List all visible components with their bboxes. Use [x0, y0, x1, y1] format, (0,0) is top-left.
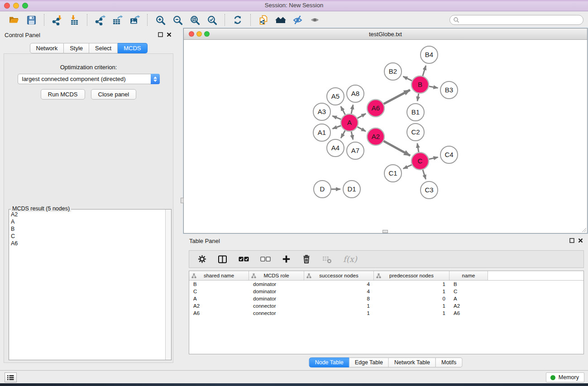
cell-successor-nodes[interactable]: 1	[304, 310, 374, 316]
cell-successor-nodes[interactable]: 1	[304, 303, 374, 309]
column-header-mcds-role[interactable]: MCDS role	[249, 271, 304, 280]
float-panel-icon[interactable]	[569, 238, 574, 243]
cell-shared-name[interactable]: A2	[189, 303, 249, 309]
apply-layout-button[interactable]	[229, 13, 246, 27]
cell-successor-nodes[interactable]: 8	[304, 296, 374, 301]
export-image-button[interactable]	[126, 13, 143, 27]
tab-select[interactable]: Select	[89, 43, 118, 53]
zoom-in-button[interactable]	[152, 13, 169, 27]
resize-grip-icon[interactable]	[580, 226, 587, 233]
tab-mcds[interactable]: MCDS	[118, 43, 147, 53]
table-row[interactable]: A6connector11A6	[189, 310, 583, 317]
node-table[interactable]: shared nameMCDS rolesuccessor nodesprede…	[189, 271, 584, 354]
graph-edge-C-C2[interactable]	[417, 143, 419, 152]
graph-edge-C-C1[interactable]	[403, 165, 412, 169]
cell-name[interactable]: A	[449, 296, 488, 301]
result-scrollbar[interactable]	[165, 210, 171, 360]
hide-graphics-details-button[interactable]	[289, 13, 306, 27]
tab-network[interactable]: Network	[29, 43, 64, 53]
task-history-button[interactable]	[5, 372, 17, 382]
float-panel-icon[interactable]	[158, 32, 163, 37]
tab-motifs[interactable]: Motifs	[436, 357, 462, 367]
frame-edge-grip[interactable]	[181, 198, 184, 203]
graph-edge-C-C3[interactable]	[423, 170, 426, 179]
open-file-button[interactable]	[5, 13, 23, 27]
import-table-button[interactable]	[66, 13, 83, 27]
cell-shared-name[interactable]: C	[189, 289, 249, 294]
cell-predecessor-nodes[interactable]: 0	[374, 296, 449, 301]
column-header-successor-nodes[interactable]: successor nodes	[304, 271, 374, 280]
result-item[interactable]: B	[9, 225, 165, 233]
tab-node-table[interactable]: Node Table	[309, 357, 349, 367]
cell-predecessor-nodes[interactable]: 1	[374, 281, 449, 287]
cell-successor-nodes[interactable]: 4	[304, 281, 374, 287]
graph-edge-A-A3[interactable]	[332, 116, 341, 119]
search-input[interactable]	[461, 16, 583, 24]
cell-name[interactable]: B	[449, 281, 488, 287]
search-box[interactable]	[449, 15, 583, 25]
frame-edge-grip[interactable]	[382, 230, 388, 233]
graph-edge-A-A4[interactable]	[341, 130, 345, 138]
graph-edge-B-B3[interactable]	[429, 86, 438, 88]
cell-successor-nodes[interactable]: 4	[304, 289, 374, 294]
cell-mcds-role[interactable]: connector	[249, 303, 304, 309]
export-table-button[interactable]	[109, 13, 126, 27]
cell-mcds-role[interactable]: dominator	[249, 289, 304, 294]
graph-edge-A-A8[interactable]	[351, 105, 353, 114]
cell-shared-name[interactable]: A6	[189, 310, 249, 316]
cell-name[interactable]: C	[449, 289, 488, 294]
result-item[interactable]: A	[9, 218, 165, 225]
zoom-selected-button[interactable]	[203, 13, 220, 27]
graph-edge-B-B4[interactable]	[423, 66, 426, 76]
add-column-button[interactable]	[282, 255, 291, 263]
copy-network-button[interactable]	[255, 13, 272, 27]
graph-edge-A-A2[interactable]	[358, 127, 366, 131]
graph-edge-A-A6[interactable]	[358, 114, 366, 118]
network-canvas[interactable]: AA1A2A3A4A5A6A7A8BB1B2B3B4CC1C2C3C4DD1	[184, 40, 587, 233]
cell-shared-name[interactable]: B	[189, 281, 249, 287]
result-item[interactable]: A2	[9, 211, 165, 218]
column-header-shared-name[interactable]: shared name	[189, 271, 249, 280]
import-network-button[interactable]	[48, 13, 66, 27]
unselect-all-button[interactable]	[260, 257, 271, 262]
graph-edge-A2-C[interactable]	[384, 141, 411, 156]
run-mcds-button[interactable]: Run MCDS	[41, 89, 85, 100]
graph-edge-A6-B[interactable]	[384, 90, 410, 104]
save-session-button[interactable]	[23, 13, 40, 27]
table-settings-button[interactable]	[198, 255, 206, 263]
tab-network-table[interactable]: Network Table	[389, 357, 436, 367]
column-header-predecessor-nodes[interactable]: predecessor nodes	[374, 271, 449, 280]
cell-mcds-role[interactable]: dominator	[249, 281, 304, 287]
column-header-name[interactable]: name	[449, 271, 488, 280]
result-item[interactable]: A6	[9, 240, 165, 247]
table-row[interactable]: Cdominator41C	[189, 288, 583, 295]
memory-button[interactable]: Memory	[546, 372, 584, 382]
graph-edge-B-B2[interactable]	[403, 76, 412, 81]
table-row[interactable]: A2connector11A2	[189, 302, 583, 310]
cell-name[interactable]: A6	[449, 310, 488, 316]
export-network-button[interactable]	[91, 13, 109, 27]
select-all-button[interactable]	[239, 257, 249, 262]
zoom-out-button[interactable]	[169, 13, 186, 27]
cell-predecessor-nodes[interactable]: 1	[374, 303, 449, 309]
cell-mcds-role[interactable]: dominator	[249, 296, 304, 301]
graph-edge-A-A1[interactable]	[333, 126, 341, 129]
delete-columns-button[interactable]	[302, 254, 311, 264]
criterion-dropdown[interactable]: largest connected component (directed)	[18, 74, 160, 84]
cell-shared-name[interactable]: A	[189, 296, 249, 301]
graph-edge-B-B1[interactable]	[417, 94, 419, 101]
close-panel-button[interactable]: Close panel	[91, 89, 137, 100]
close-panel-icon[interactable]	[578, 238, 583, 243]
zoom-fit-button[interactable]	[186, 13, 203, 27]
result-item[interactable]: C	[9, 233, 165, 240]
cell-predecessor-nodes[interactable]: 1	[374, 310, 449, 316]
network-view-titlebar[interactable]: testGlobe.txt	[184, 29, 587, 40]
show-graphics-details-button[interactable]	[306, 13, 324, 27]
close-panel-icon[interactable]	[167, 32, 172, 37]
table-mode-button[interactable]	[218, 255, 227, 264]
delete-table-button[interactable]	[322, 255, 332, 263]
table-row[interactable]: Bdominator41B	[189, 281, 583, 288]
function-builder-button[interactable]: f(x)	[343, 254, 357, 264]
graph-edge-A-A5[interactable]	[341, 106, 345, 114]
tab-edge-table[interactable]: Edge Table	[349, 357, 389, 367]
